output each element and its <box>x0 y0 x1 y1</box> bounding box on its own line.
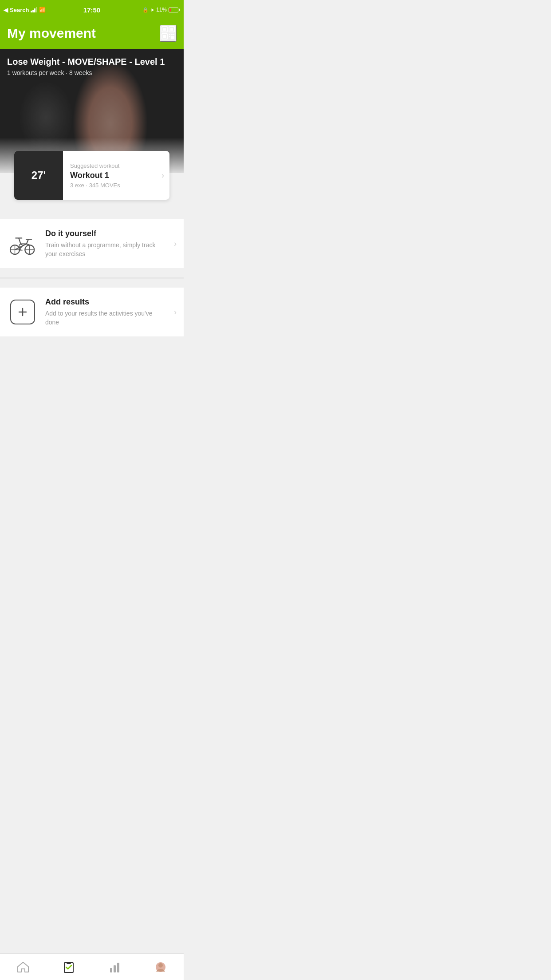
svg-line-11 <box>19 238 20 244</box>
battery-percent: 11% <box>156 7 167 13</box>
qr-icon <box>161 26 175 41</box>
suggested-workout-card[interactable]: 27' Suggested workout Workout 1 3 exe · … <box>14 151 169 200</box>
do-it-yourself-text: Do it yourself Train without a programme… <box>45 229 167 258</box>
spacer-1 <box>0 200 184 210</box>
svg-rect-6 <box>169 34 170 35</box>
hero-text-container: Lose Weight - MOVE/SHAPE - Level 1 1 wor… <box>7 56 177 76</box>
carrier-text: Search <box>10 7 29 13</box>
plus-icon <box>16 306 29 318</box>
signal-bar-4 <box>36 7 37 12</box>
bike-icon <box>7 232 38 256</box>
workout-label: Suggested workout <box>70 162 158 169</box>
status-time: 17:50 <box>83 6 100 14</box>
workout-duration: 27' <box>31 169 46 182</box>
battery-fill <box>169 8 171 12</box>
battery-indicator <box>169 8 178 12</box>
status-bar: ◀ Search 📶 17:50 🔒 ➤ 11% <box>0 0 184 20</box>
add-results-item[interactable]: Add results Add to your results the acti… <box>0 288 184 336</box>
svg-rect-3 <box>170 28 173 31</box>
add-results-text: Add results Add to your results the acti… <box>45 297 167 327</box>
qr-code-button[interactable] <box>160 25 177 42</box>
svg-rect-10 <box>171 36 174 39</box>
add-results-desc: Add to your results the activities you'v… <box>45 309 167 327</box>
location-icon: ➤ <box>150 7 154 13</box>
do-it-yourself-item[interactable]: Do it yourself Train without a programme… <box>0 219 184 268</box>
do-it-yourself-chevron-icon: › <box>174 239 177 249</box>
add-results-title: Add results <box>45 297 167 307</box>
add-results-icon-container <box>7 296 38 328</box>
signal-bar-2 <box>32 10 34 12</box>
svg-rect-5 <box>163 35 166 38</box>
svg-rect-1 <box>163 28 166 31</box>
signal-bar-3 <box>34 8 35 12</box>
status-left: ◀ Search 📶 <box>4 7 46 13</box>
divider <box>0 277 184 279</box>
status-right: 🔒 ➤ 11% <box>142 7 178 13</box>
bottom-spacer <box>0 345 184 381</box>
wifi-icon: 📶 <box>39 7 46 13</box>
workout-info: Suggested workout Workout 1 3 exe · 345 … <box>63 157 161 194</box>
hero-subtitle: 1 workouts per week · 8 weeks <box>7 69 177 76</box>
add-icon <box>10 300 35 324</box>
page-title: My movement <box>7 26 96 41</box>
svg-rect-8 <box>173 34 174 35</box>
svg-rect-7 <box>171 34 173 35</box>
do-it-yourself-desc: Train without a programme, simply track … <box>45 241 167 258</box>
workout-thumbnail: 27' <box>14 151 63 200</box>
workout-details: 3 exe · 345 MOVEs <box>70 182 158 189</box>
content-section: 27' Suggested workout Workout 1 3 exe · … <box>0 151 184 381</box>
lock-icon: 🔒 <box>142 7 149 13</box>
app-header: My movement <box>0 20 184 49</box>
signal-bars <box>31 7 37 12</box>
back-arrow: ◀ <box>4 7 8 13</box>
svg-line-13 <box>27 239 28 244</box>
do-it-yourself-title: Do it yourself <box>45 229 167 238</box>
workout-chevron-icon: › <box>161 171 169 180</box>
signal-bar-1 <box>31 11 32 12</box>
workout-name: Workout 1 <box>70 171 158 180</box>
svg-line-26 <box>27 244 30 245</box>
bike-icon-container <box>7 228 38 259</box>
svg-rect-9 <box>169 36 170 37</box>
add-results-chevron-icon: › <box>174 308 177 317</box>
hero-title: Lose Weight - MOVE/SHAPE - Level 1 <box>7 56 177 67</box>
